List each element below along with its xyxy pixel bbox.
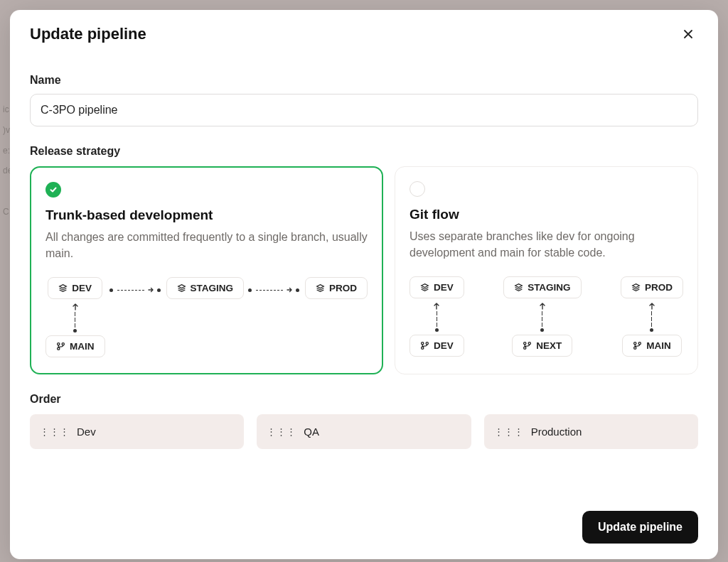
drag-handle-icon: ⋮⋮⋮	[40, 430, 70, 435]
modal-footer: Update pipeline	[10, 495, 718, 559]
order-item-dev[interactable]: ⋮⋮⋮ Dev	[30, 414, 244, 449]
modal-title: Update pipeline	[30, 25, 146, 43]
vconnector	[432, 298, 441, 335]
strategy-card-gitflow[interactable]: Git flow Uses separate branches like dev…	[395, 166, 698, 374]
order-item-label: Production	[531, 426, 582, 438]
order-list: ⋮⋮⋮ Dev ⋮⋮⋮ QA ⋮⋮⋮ Production	[30, 414, 698, 449]
trunk-diagram: DEV MAIN	[46, 277, 368, 357]
env-node-dev: DEV	[48, 277, 102, 299]
branch-icon	[420, 341, 429, 350]
modal-header: Update pipeline	[10, 10, 718, 44]
name-label: Name	[30, 74, 698, 87]
strategy-gitflow-desc: Uses separate branches like dev for ongo…	[410, 228, 683, 261]
svg-point-2	[62, 343, 64, 345]
svg-point-10	[634, 347, 636, 350]
env-node-prod: PROD	[305, 277, 368, 299]
modal-body: Name Release strategy Trunk-based develo…	[10, 44, 718, 495]
update-pipeline-button[interactable]: Update pipeline	[582, 511, 698, 544]
pipeline-name-input[interactable]	[30, 94, 698, 126]
svg-point-1	[58, 348, 60, 350]
layers-icon	[514, 283, 523, 292]
svg-point-6	[524, 342, 526, 345]
hconnector	[108, 277, 164, 303]
branch-node-main: MAIN	[622, 335, 682, 357]
order-item-label: Dev	[77, 426, 96, 438]
branch-node-dev: DEV	[410, 335, 464, 357]
svg-point-4	[422, 347, 424, 350]
strategy-card-trunk[interactable]: Trunk-based development All changes are …	[30, 166, 383, 374]
env-node-dev: DEV	[410, 276, 464, 298]
order-item-production[interactable]: ⋮⋮⋮ Production	[484, 414, 698, 449]
layers-icon	[420, 283, 429, 292]
branch-icon	[633, 341, 642, 350]
order-item-qa[interactable]: ⋮⋮⋮ QA	[257, 414, 471, 449]
svg-point-8	[528, 342, 530, 345]
branch-icon	[523, 341, 532, 350]
env-node-staging: STAGING	[503, 276, 582, 298]
svg-point-0	[58, 343, 60, 345]
strategy-trunk-title: Trunk-based development	[46, 207, 368, 223]
radio-unselected-icon	[410, 181, 425, 197]
vconnector	[71, 299, 80, 335]
svg-point-7	[524, 347, 526, 350]
hconnector	[247, 277, 302, 303]
drag-handle-icon: ⋮⋮⋮	[267, 430, 296, 435]
env-node-staging: STAGING	[166, 277, 245, 299]
env-node-prod: PROD	[621, 276, 683, 298]
close-button[interactable]	[678, 24, 698, 44]
layers-icon	[58, 283, 68, 293]
close-icon	[682, 28, 694, 40]
release-strategy-label: Release strategy	[30, 145, 698, 158]
drag-handle-icon: ⋮⋮⋮	[494, 430, 524, 435]
radio-selected-icon	[46, 182, 61, 198]
gitflow-diagram: DEV DEV	[410, 276, 683, 357]
svg-point-11	[638, 342, 641, 345]
layers-icon	[316, 283, 325, 293]
branch-icon	[56, 342, 65, 351]
svg-point-3	[422, 342, 424, 345]
branch-node-main: MAIN	[46, 335, 105, 357]
svg-point-5	[426, 342, 428, 345]
vconnector	[648, 298, 656, 335]
layers-icon	[177, 283, 186, 293]
vconnector	[538, 298, 547, 335]
strategy-gitflow-title: Git flow	[410, 207, 683, 222]
order-label: Order	[30, 393, 698, 406]
update-pipeline-modal: Update pipeline Name Release strategy Tr…	[10, 10, 718, 559]
layers-icon	[631, 283, 641, 292]
svg-point-9	[634, 342, 636, 345]
branch-node-next: NEXT	[512, 335, 572, 357]
strategy-trunk-desc: All changes are committed frequently to …	[46, 229, 368, 261]
order-item-label: QA	[304, 426, 319, 438]
